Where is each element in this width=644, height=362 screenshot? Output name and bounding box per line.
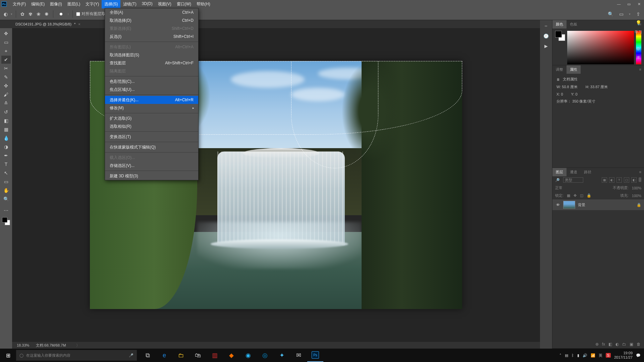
- battery-icon[interactable]: ▮: [577, 353, 579, 358]
- quick-select-tool[interactable]: ✔: [1, 56, 11, 64]
- menu-滤镜[interactable]: 滤镜(T): [120, 0, 139, 8]
- cc-icon[interactable]: ⊚: [636, 46, 640, 51]
- menu-item[interactable]: 新建 3D 模型(3): [105, 172, 198, 180]
- color-field[interactable]: [567, 31, 634, 64]
- adjustment-icon[interactable]: ◐: [615, 342, 619, 347]
- frame-icon[interactable]: ▭: [618, 11, 624, 17]
- menu-item[interactable]: 扩大选取(G): [105, 114, 198, 122]
- menu-图层[interactable]: 图层(L): [65, 0, 83, 8]
- close-button[interactable]: ✕: [634, 0, 644, 8]
- filter-type-icon[interactable]: T: [616, 177, 622, 183]
- lock-position-icon[interactable]: ✥: [574, 193, 577, 198]
- brush-c-icon[interactable]: ❀: [36, 11, 42, 17]
- menu-item[interactable]: 修改(M): [105, 104, 198, 112]
- menu-item[interactable]: 取消选择图层(S): [105, 51, 198, 59]
- tab-adjustments[interactable]: 调整: [552, 65, 567, 74]
- ime-indicator[interactable]: S: [606, 353, 611, 358]
- visibility-icon[interactable]: 👁: [555, 203, 560, 207]
- app-globe-icon[interactable]: ◉: [240, 349, 256, 362]
- lasso-tool[interactable]: ⌖: [1, 47, 11, 55]
- pen-tool[interactable]: ✒: [1, 152, 11, 160]
- lock-artboard-icon[interactable]: ◫: [580, 193, 583, 198]
- type-tool[interactable]: T: [1, 160, 11, 168]
- opacity-input[interactable]: 100%: [632, 186, 641, 190]
- search-icon[interactable]: 🔍: [607, 11, 613, 17]
- menu-item[interactable]: 取消选择(D)Ctrl+D: [105, 16, 198, 24]
- tab-properties[interactable]: 属性: [567, 65, 581, 74]
- brush-tool[interactable]: 🖌: [1, 90, 11, 99]
- tab-paths[interactable]: 路径: [581, 168, 595, 176]
- volume-icon[interactable]: 🔊: [583, 353, 587, 358]
- menu-item[interactable]: 选择并遮住(K)...Alt+Ctrl+R: [105, 96, 198, 104]
- move-tool[interactable]: ✥: [1, 29, 11, 38]
- explorer-icon[interactable]: 🗀: [173, 349, 189, 362]
- menu-编辑[interactable]: 编辑(E): [29, 0, 47, 8]
- menu-item[interactable]: 选取相似(R): [105, 122, 198, 130]
- filter-pixel-icon[interactable]: ▦: [602, 177, 607, 183]
- edge-icon[interactable]: e: [156, 349, 172, 362]
- menu-item[interactable]: 在快速蒙版模式下编辑(Q): [105, 143, 198, 151]
- zoom-tool[interactable]: 🔍: [1, 195, 11, 203]
- share-icon[interactable]: ⇪: [635, 11, 641, 17]
- minimize-button[interactable]: —: [614, 0, 624, 8]
- bluetooth-icon[interactable]: ᛒ: [572, 353, 574, 357]
- menu-帮助[interactable]: 帮助(H): [194, 0, 213, 8]
- blur-tool[interactable]: 💧: [1, 134, 11, 142]
- menu-item[interactable]: 色彩范围(C)...: [105, 77, 198, 85]
- brush-sub-icon[interactable]: ✾: [28, 11, 34, 17]
- shape-tool[interactable]: ▭: [1, 178, 11, 186]
- filter-shape-icon[interactable]: ▢: [624, 177, 629, 183]
- path-tool[interactable]: ↖: [1, 169, 11, 177]
- tray-app-icon[interactable]: ▤: [565, 353, 568, 358]
- taskbar-search[interactable]: ◯ 在这里输入你要搜索的内容 🎤: [16, 350, 137, 361]
- app-red-icon[interactable]: ▥: [207, 349, 223, 362]
- bulb-icon[interactable]: 💡: [636, 20, 641, 25]
- fx-icon[interactable]: fx: [602, 342, 605, 347]
- blend-mode-select[interactable]: 正常: [555, 185, 562, 190]
- wifi-icon[interactable]: 📶: [591, 353, 595, 358]
- maximize-button[interactable]: ▭: [624, 0, 634, 8]
- menu-item[interactable]: 查找图层Alt+Shift+Ctrl+F: [105, 59, 198, 67]
- tray-up-icon[interactable]: ˄: [559, 353, 561, 358]
- tab-layers[interactable]: 图层: [552, 168, 567, 176]
- app-sky-icon[interactable]: ✦: [274, 349, 290, 362]
- color-swatch[interactable]: [555, 31, 565, 41]
- new-layer-icon[interactable]: ▣: [630, 342, 633, 347]
- fill-input[interactable]: 100%: [632, 194, 641, 198]
- menu-文件[interactable]: 文件(F): [10, 0, 29, 8]
- notifications-icon[interactable]: 💬: [636, 353, 641, 358]
- zoom-level[interactable]: 18.33%: [17, 343, 29, 347]
- brush-add-icon[interactable]: ✿: [19, 11, 25, 17]
- heal-tool[interactable]: ✜: [1, 82, 11, 90]
- close-tab-icon[interactable]: ×: [78, 22, 80, 26]
- filter-adjust-icon[interactable]: ◐: [609, 177, 614, 183]
- store-icon[interactable]: 🛍: [190, 349, 206, 362]
- layer-row[interactable]: 👁 背景 🔒: [552, 199, 644, 210]
- panel-menu-icon[interactable]: ≡: [637, 170, 644, 174]
- link-icon[interactable]: ⊕: [595, 342, 599, 347]
- tab-swatches[interactable]: 色板: [567, 20, 581, 28]
- fg-bg-colors[interactable]: [2, 217, 10, 225]
- all-layers-checkbox[interactable]: 对所有图层取: [76, 11, 106, 17]
- mail-icon[interactable]: ✉: [290, 349, 307, 362]
- mic-icon[interactable]: 🎤: [129, 353, 133, 358]
- menu-文字[interactable]: 文字(Y): [83, 0, 102, 8]
- tab-color[interactable]: 颜色: [552, 20, 567, 28]
- menu-窗口[interactable]: 窗口(W): [174, 0, 194, 8]
- layer-filter-input[interactable]: [563, 177, 583, 183]
- history-icon[interactable]: 🕘: [542, 32, 550, 40]
- status-arrow-icon[interactable]: 〉: [76, 343, 80, 348]
- menu-图像[interactable]: 图像(I): [47, 0, 64, 8]
- tab-channels[interactable]: 通道: [567, 168, 581, 176]
- photoshop-taskbar-icon[interactable]: Ps: [307, 349, 323, 362]
- crop-tool[interactable]: ✂: [1, 64, 11, 72]
- group-icon[interactable]: 🗀: [622, 342, 626, 347]
- filter-smart-icon[interactable]: ◧: [631, 177, 637, 183]
- lock-all-icon[interactable]: 🔒: [587, 193, 591, 198]
- play-icon[interactable]: ▶: [542, 42, 550, 50]
- hand-tool[interactable]: ✋: [1, 186, 11, 194]
- menu-item[interactable]: 反选(I)Shift+Ctrl+I: [105, 33, 198, 41]
- brush-d-icon[interactable]: ✺: [44, 11, 50, 17]
- panel-menu-icon[interactable]: ≡: [637, 67, 644, 71]
- eraser-tool[interactable]: ◧: [1, 117, 11, 125]
